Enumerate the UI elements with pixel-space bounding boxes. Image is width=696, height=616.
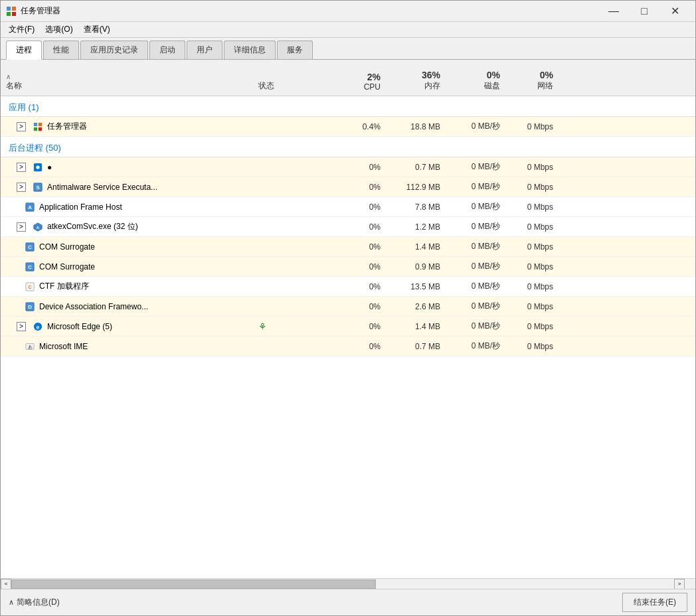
table-row[interactable]: > A atkexComSvc.exe (32 位) 0% 1.2 MB 0 M… — [1, 217, 695, 237]
svg-text:A: A — [28, 204, 32, 210]
network-cell: 0 Mbps — [505, 260, 559, 274]
chevron-up-icon: ∧ — [9, 598, 14, 607]
gear-icon — [33, 162, 43, 173]
cpu-cell: 0% — [333, 180, 386, 194]
atkex-icon: A — [33, 222, 43, 232]
disk-label: 磁盘 — [451, 80, 500, 92]
tab-startup[interactable]: 启动 — [149, 40, 185, 59]
minimize-button[interactable]: — — [598, 1, 629, 22]
cpu-cell: 0.4% — [333, 119, 386, 134]
table-row[interactable]: C COM Surrogate 0% 1.4 MB 0 MB/秒 0 Mbps — [1, 237, 695, 257]
svg-text:D: D — [28, 303, 32, 309]
cpu-cell: 0% — [333, 220, 386, 234]
leaf-icon: ⚘ — [258, 321, 267, 332]
cpu-cell: 0% — [333, 339, 386, 354]
cpu-cell: 0% — [333, 299, 386, 314]
scroll-right-button[interactable]: > — [674, 579, 685, 589]
process-name-cell: あ Microsoft IME — [1, 339, 253, 354]
tab-app-history[interactable]: 应用历史记录 — [80, 40, 148, 59]
menu-file[interactable]: 文件(F) — [3, 23, 40, 37]
process-name-cell: > e Microsoft Edge (5) — [1, 319, 253, 335]
status-cell — [253, 124, 333, 129]
svg-text:C: C — [28, 264, 32, 270]
bg-section-title: 后台进程 (50) — [1, 141, 253, 155]
network-cell: 0 Mbps — [505, 279, 559, 294]
taskmanager-icon — [33, 121, 43, 132]
memory-cell: 13.5 MB — [386, 279, 446, 294]
table-body[interactable]: 应用 (1) > 任务管理器 — [1, 96, 695, 578]
process-name-cell: C COM Surrogate — [1, 259, 253, 275]
disk-cell: 0 MB/秒 — [446, 278, 505, 295]
memory-cell: 1.4 MB — [386, 240, 446, 254]
network-percent: 0% — [511, 70, 553, 80]
close-button[interactable]: ✕ — [659, 1, 690, 22]
process-name: Microsoft IME — [39, 342, 88, 351]
status-cell — [253, 284, 333, 289]
memory-cell: 7.8 MB — [386, 200, 446, 214]
task-manager-window: 任务管理器 — □ ✕ 文件(F) 选项(O) 查看(V) 进程 性能 应用历史… — [0, 0, 696, 616]
tab-services[interactable]: 服务 — [277, 40, 313, 59]
svg-rect-0 — [7, 7, 11, 11]
status-cell — [253, 185, 333, 190]
scroll-track — [11, 579, 674, 589]
memory-cell: 0.9 MB — [386, 260, 446, 274]
table-row[interactable]: > e Microsoft Edge (5) ⚘ 0% 1.4 MB 0 MB/… — [1, 317, 695, 337]
col-cpu[interactable]: 2% CPU — [333, 70, 386, 93]
network-cell: 0 Mbps — [505, 220, 559, 234]
network-cell: 0 Mbps — [505, 180, 559, 194]
menu-options[interactable]: 选项(O) — [40, 23, 78, 37]
col-memory[interactable]: 36% 内存 — [386, 68, 446, 93]
process-name-cell: > A atkexComSvc.exe (32 位) — [1, 218, 253, 235]
tab-users[interactable]: 用户 — [187, 40, 222, 59]
table-row[interactable]: C CTF 加载程序 0% 13.5 MB 0 MB/秒 0 Mbps — [1, 277, 695, 297]
table-row[interactable]: C COM Surrogate 0% 0.9 MB 0 MB/秒 0 Mbps — [1, 257, 695, 277]
process-name: Application Frame Host — [39, 202, 122, 212]
expand-button[interactable]: > — [17, 122, 26, 131]
horizontal-scrollbar[interactable]: < > — [1, 578, 695, 589]
col-name[interactable]: ∧ 名称 — [1, 72, 253, 93]
table-row[interactable]: > 任务管理器 0.4% 18.8 MB 0 MB/秒 0 Mb — [1, 117, 695, 137]
memory-cell: 2.6 MB — [386, 299, 446, 314]
end-task-button[interactable]: 结束任务(E) — [622, 593, 687, 612]
process-name-cell: C COM Surrogate — [1, 239, 253, 255]
scroll-left-button[interactable]: < — [1, 579, 11, 589]
disk-cell: 0 MB/秒 — [446, 159, 505, 175]
summary-label: 简略信息(D) — [17, 597, 60, 608]
memory-cell: 18.8 MB — [386, 119, 446, 134]
expand-button[interactable]: > — [17, 222, 26, 232]
cpu-cell: 0% — [333, 160, 386, 175]
table-row[interactable]: > ● 0% 0.7 MB 0 MB/秒 0 Mbps — [1, 157, 695, 177]
col-name-label: 名称 — [6, 80, 248, 92]
tab-details[interactable]: 详细信息 — [224, 40, 276, 59]
disk-cell: 0 MB/秒 — [446, 338, 505, 354]
expand-button[interactable]: > — [17, 322, 26, 331]
menu-view[interactable]: 查看(V) — [78, 23, 116, 37]
expand-button[interactable]: > — [17, 183, 26, 192]
maximize-button[interactable]: □ — [629, 1, 659, 22]
table-row[interactable]: > S Antimalware Service Executa... 0% 11… — [1, 177, 695, 197]
content-area: ∧ 名称 状态 2% CPU 36% 内存 0% 磁盘 0% 网络 — [1, 60, 695, 589]
table-row[interactable]: A Application Frame Host 0% 7.8 MB 0 MB/… — [1, 197, 695, 217]
process-name: Microsoft Edge (5) — [47, 322, 112, 331]
tab-processes[interactable]: 进程 — [6, 40, 42, 60]
network-label: 网络 — [511, 80, 553, 92]
status-cell — [253, 344, 333, 349]
svg-text:S: S — [36, 184, 39, 190]
cpu-cell: 0% — [333, 260, 386, 274]
col-network[interactable]: 0% 网络 — [505, 68, 559, 93]
svg-text:C: C — [28, 244, 32, 250]
sort-arrow: ∧ — [6, 73, 248, 80]
device-assoc-icon: D — [25, 301, 35, 312]
col-status[interactable]: 状态 — [253, 79, 333, 93]
table-row[interactable]: あ Microsoft IME 0% 0.7 MB 0 MB/秒 0 Mbps — [1, 337, 695, 356]
svg-text:e: e — [37, 323, 40, 330]
status-cell — [253, 204, 333, 210]
table-row[interactable]: D Device Association Framewo... 0% 2.6 M… — [1, 297, 695, 317]
network-cell: 0 Mbps — [505, 339, 559, 354]
col-disk[interactable]: 0% 磁盘 — [446, 68, 505, 93]
cpu-cell: 0% — [333, 200, 386, 214]
scroll-thumb[interactable] — [11, 579, 376, 589]
expand-button[interactable]: > — [17, 163, 26, 172]
summary-link[interactable]: ∧ 简略信息(D) — [9, 597, 60, 608]
tab-performance[interactable]: 性能 — [43, 40, 79, 59]
